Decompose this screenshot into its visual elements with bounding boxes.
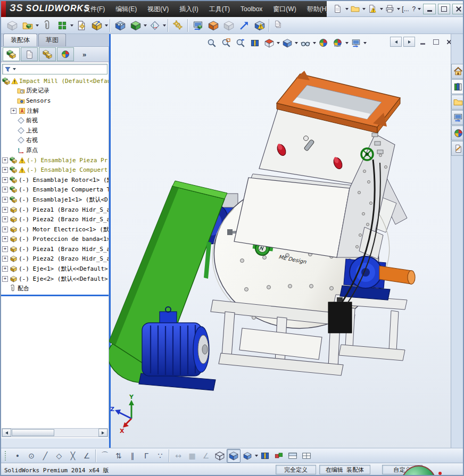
split-grid-button[interactable] <box>300 449 313 463</box>
new-document-button[interactable] <box>331 2 345 16</box>
polygon-tool-button[interactable]: ◇ <box>52 449 66 463</box>
tab-sketch[interactable]: 草图 <box>38 34 66 46</box>
tree-item-top-plane[interactable]: 上视 <box>1 126 109 136</box>
grid-snap-button[interactable]: ▦ <box>185 449 199 463</box>
expand-toggle[interactable]: + <box>2 236 8 242</box>
view-settings-button[interactable] <box>349 36 363 49</box>
tree-item-assembly-root[interactable]: Impact Mill (Default<Defau <box>1 76 109 86</box>
appearances-scenes-button[interactable] <box>451 126 464 140</box>
split-horizontal-button[interactable] <box>286 449 300 463</box>
custom-properties-button[interactable] <box>451 141 464 156</box>
assembly-appearance-button[interactable] <box>272 449 286 463</box>
propertymanager-tab[interactable] <box>21 47 38 61</box>
view-palette-button[interactable] <box>451 110 464 125</box>
edit-component-button[interactable] <box>4 18 20 33</box>
expand-toggle[interactable]: + <box>2 167 8 173</box>
expand-toggle[interactable]: + <box>2 197 8 203</box>
save-dropdown-icon[interactable] <box>380 8 383 10</box>
take-snapshot-button[interactable] <box>271 18 287 33</box>
tree-item-component[interactable]: +(-) Ensamblaje Rotor<1> (默 <box>1 175 109 185</box>
filter-dropdown-icon[interactable] <box>13 68 16 70</box>
minimize-button[interactable] <box>423 4 436 14</box>
save-button[interactable] <box>366 2 379 16</box>
shaded-display-button[interactable] <box>227 449 241 463</box>
wireframe-display-button[interactable] <box>213 449 227 463</box>
insert-components-button[interactable] <box>20 18 35 33</box>
expand-toggle[interactable]: + <box>2 276 8 282</box>
graphics-viewport[interactable] <box>111 34 451 448</box>
trim-entities-button[interactable]: ╳ <box>66 449 80 463</box>
next-document-button[interactable] <box>403 37 415 47</box>
linear-component-pattern-button[interactable] <box>54 18 70 33</box>
angle-snap-button[interactable]: ∠ <box>199 449 213 463</box>
file-explorer-button[interactable] <box>451 95 464 110</box>
new-dropdown-icon[interactable] <box>345 8 349 10</box>
instant3d-button[interactable] <box>236 18 252 33</box>
tab-assembly[interactable]: 装配体 <box>3 34 37 46</box>
expand-toggle[interactable]: + <box>2 187 8 193</box>
line-tool-button[interactable]: ╱ <box>38 449 52 463</box>
previous-document-button[interactable] <box>390 37 402 47</box>
panel-splitter-horizontal[interactable] <box>1 295 109 296</box>
expand-toggle[interactable]: + <box>2 227 8 232</box>
smart-dimension-button[interactable]: ↔ <box>171 449 185 463</box>
tree-item-front-plane[interactable]: 前视 <box>1 115 109 126</box>
expand-toggle[interactable]: + <box>2 157 8 163</box>
corner-rectangle-button[interactable]: Γ <box>139 449 153 463</box>
manager-tabs-overflow[interactable]: » <box>82 51 86 59</box>
tree-item-annotations[interactable]: +注解 <box>1 106 109 116</box>
scroll-left-arrow[interactable] <box>2 429 11 437</box>
tree-item-component[interactable]: +(-) Ensamblaje Compuert <box>1 165 109 175</box>
restore-document-button[interactable] <box>430 37 442 47</box>
help-button[interactable]: ? <box>411 5 418 13</box>
menu-toolbox[interactable]: Toolbox <box>235 1 268 17</box>
tree-item-component[interactable]: +(-) Ensamblaje1<1> (默认<D <box>1 195 109 205</box>
open-document-button[interactable] <box>349 2 362 16</box>
tree-item-component[interactable]: +(-) Ensamblaje Compuerta T <box>1 185 109 195</box>
show-hidden-components-button[interactable] <box>112 18 128 33</box>
minimize-document-button[interactable] <box>417 37 428 47</box>
menu-file[interactable]: 文件(F) <box>79 1 110 17</box>
tree-item-component[interactable]: +(-) Pieza1 (Brazo Hidr_S_a <box>1 244 109 254</box>
sketch-chamfer-button[interactable]: ∠ <box>80 449 94 463</box>
spline-tool-button[interactable]: ∵ <box>153 449 167 463</box>
tree-item-component[interactable]: +(-) Proteccion de banda<1> <box>1 235 109 245</box>
previous-view-button[interactable] <box>233 36 247 49</box>
restore-button[interactable] <box>438 4 451 14</box>
tree-filter-input[interactable] <box>2 64 107 74</box>
reference-geometry-dropdown-icon[interactable] <box>163 24 166 27</box>
display-style-button[interactable] <box>280 36 294 49</box>
featuremanager-tree-tab[interactable] <box>3 47 20 61</box>
hide-show-items-button[interactable] <box>298 36 312 49</box>
assembly-features-button[interactable] <box>128 18 143 33</box>
design-library-button[interactable] <box>451 79 464 94</box>
move-component-dropdown-icon[interactable] <box>105 24 108 27</box>
section-view-button[interactable] <box>247 36 262 49</box>
tree-item-component[interactable]: +(-) Pieza2 (Brazo Hidr_S_a <box>1 214 109 224</box>
expand-toggle[interactable]: + <box>2 177 8 183</box>
panel-scrollbar[interactable] <box>2 428 108 437</box>
expand-toggle[interactable]: + <box>2 216 8 222</box>
tree-item-component[interactable]: +(-) Motor Electrico<1> (默 <box>1 224 109 235</box>
tree-item-right-plane[interactable]: 右视 <box>1 136 109 146</box>
edit-appearance-button[interactable] <box>316 36 330 49</box>
mate-button[interactable] <box>39 18 54 33</box>
scroll-thumb[interactable] <box>12 429 54 436</box>
tree-item-mates[interactable]: 配合 <box>1 283 109 294</box>
tree-item-history[interactable]: 历史记录 <box>1 86 109 96</box>
view-settings-dropdown-icon[interactable] <box>363 42 367 44</box>
menu-edit[interactable]: 编辑(E) <box>110 1 142 17</box>
help-dropdown-icon[interactable] <box>418 8 421 10</box>
move-component-button[interactable] <box>89 18 104 33</box>
circle-tool-button[interactable]: ⊙ <box>24 449 38 463</box>
expand-toggle[interactable]: + <box>2 266 8 272</box>
tree-item-component[interactable]: +(-) Ensamblaje Pieza Pr <box>1 155 109 165</box>
expand-toggle[interactable]: + <box>2 256 8 262</box>
exploded-view-button[interactable] <box>205 18 221 33</box>
tree-item-component[interactable]: +(-) Pieza2 (Brazo Hidr_S_a <box>1 254 109 264</box>
section-display-button[interactable] <box>258 449 272 463</box>
menu-insert[interactable]: 插入(I) <box>174 1 203 17</box>
reference-geometry-button[interactable] <box>147 18 162 33</box>
options-button[interactable]: [... <box>400 5 410 13</box>
expand-toggle[interactable]: + <box>11 108 16 114</box>
